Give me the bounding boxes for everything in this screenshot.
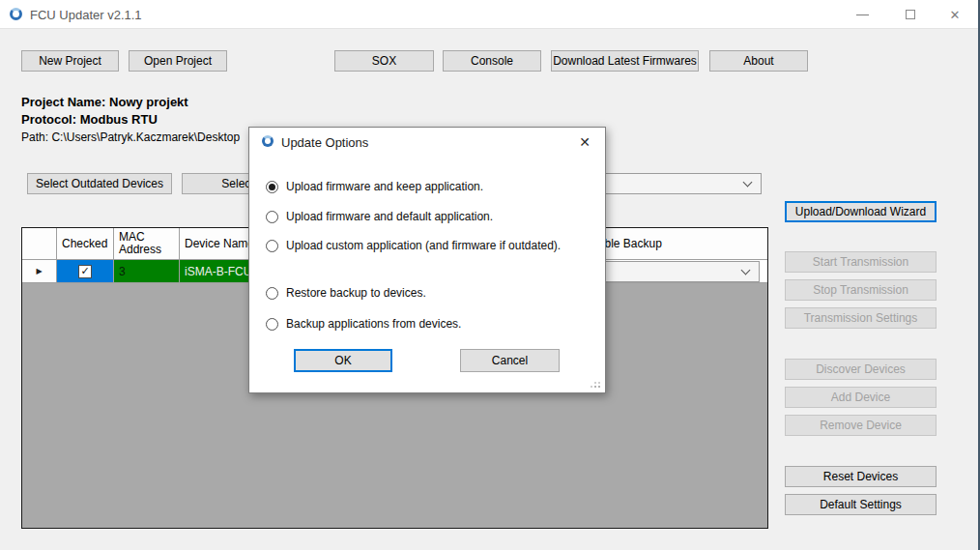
reset-devices-button[interactable]: Reset Devices (785, 466, 937, 487)
radio-icon (266, 287, 278, 300)
col-label-device-name: Device Name (185, 238, 254, 250)
radio-icon (266, 318, 278, 331)
upload-download-wizard-button[interactable]: Upload/Download Wizard (785, 201, 937, 222)
update-options-dialog: Update Options ✕ Upload firmware and kee… (248, 127, 606, 393)
column-header-mac-address[interactable]: MAC Address (114, 228, 180, 260)
discover-devices-label: Discover Devices (816, 362, 906, 376)
radio-label: Backup applications from devices. (286, 317, 461, 331)
radio-icon (266, 240, 278, 252)
radio-icon (266, 211, 278, 223)
download-firmwares-button[interactable]: Download Latest Firmwares (551, 50, 699, 72)
col-label-checked: Checked (62, 238, 107, 250)
path-label: Path: (21, 130, 48, 144)
row-mac-cell[interactable]: 3 (114, 260, 180, 283)
maximize-button[interactable] (897, 4, 924, 25)
dialog-radio-option[interactable]: Upload custom application (and firmware … (266, 239, 561, 252)
add-device-button: Add Device (785, 387, 937, 408)
open-project-label: Open Project (144, 54, 212, 68)
row-checkbox[interactable]: ✓ (78, 265, 92, 278)
console-label: Console (471, 54, 513, 68)
remove-device-button: Remove Device (785, 415, 937, 436)
minimize-button[interactable] (849, 4, 876, 25)
col-label-mac: MAC Address (119, 231, 169, 256)
window-titlebar[interactable]: FCU Updater v2.1.1 ✕ (0, 0, 980, 29)
radio-label: Upload custom application (and firmware … (286, 239, 561, 252)
minimize-icon (856, 14, 869, 15)
row-mac-value: 3 (119, 265, 126, 278)
open-project-button[interactable]: Open Project (129, 50, 227, 72)
project-name-line: Project Name: Nowy projekt (21, 95, 188, 109)
dialog-title: Update Options (281, 135, 368, 150)
sox-button[interactable]: SOX (334, 50, 434, 72)
ok-button[interactable]: OK (294, 349, 392, 372)
resize-grip[interactable] (598, 386, 600, 388)
wizard-label: Upload/Download Wizard (795, 205, 926, 218)
dialog-logo-icon (262, 135, 274, 147)
reset-devices-label: Reset Devices (823, 470, 898, 483)
cancel-label: Cancel (492, 354, 528, 367)
radio-label: Upload firmware and default application. (286, 210, 493, 223)
chevron-down-icon (743, 177, 753, 187)
dialog-close-button[interactable]: ✕ (574, 132, 595, 152)
about-button[interactable]: About (709, 50, 808, 72)
row-checked-cell[interactable]: ✓ (57, 260, 114, 283)
transmission-settings-button: Transmission Settings (785, 307, 937, 329)
radio-label: Restore backup to devices. (286, 286, 426, 300)
app-logo-icon (10, 8, 22, 20)
protocol-value: Modbus RTU (80, 112, 158, 127)
dialog-close-icon: ✕ (579, 134, 591, 150)
ok-label: OK (334, 354, 351, 367)
column-header-checked[interactable]: Checked (57, 228, 114, 260)
default-settings-button[interactable]: Default Settings (785, 494, 937, 515)
dialog-titlebar[interactable]: Update Options ✕ (249, 128, 605, 157)
about-label: About (743, 54, 773, 68)
transmission-settings-label: Transmission Settings (804, 311, 918, 325)
protocol-label: Protocol: (21, 112, 76, 127)
project-name-label: Project Name: (21, 95, 105, 109)
stop-transmission-label: Stop Transmission (813, 283, 908, 297)
dialog-radio-option[interactable]: Upload firmware and keep application. (266, 180, 483, 193)
row-checkbox-mark: ✓ (80, 266, 89, 276)
column-header-rowselector[interactable] (22, 228, 57, 260)
close-icon: ✕ (950, 8, 961, 22)
cancel-button[interactable]: Cancel (460, 349, 560, 372)
add-device-label: Add Device (831, 391, 890, 404)
radio-icon (266, 181, 278, 193)
window-title: FCU Updater v2.1.1 (30, 8, 142, 22)
discover-devices-button: Discover Devices (785, 359, 937, 380)
dialog-radio-option[interactable]: Upload firmware and default application. (266, 210, 493, 223)
radio-label: Upload firmware and keep application. (286, 180, 483, 193)
maximize-icon (906, 10, 915, 19)
default-settings-label: Default Settings (820, 498, 902, 511)
select-outdated-devices-button[interactable]: Select Outdated Devices (27, 173, 172, 194)
new-project-label: New Project (39, 54, 101, 68)
new-project-button[interactable]: New Project (21, 50, 119, 72)
sox-label: SOX (372, 54, 396, 68)
close-button[interactable]: ✕ (941, 4, 968, 25)
path-value: C:\Users\Patryk.Kaczmarek\Desktop (51, 130, 240, 144)
chevron-down-icon (741, 265, 751, 275)
project-name-value: Nowy projekt (109, 95, 188, 109)
remove-device-label: Remove Device (820, 419, 902, 432)
dialog-radio-option[interactable]: Restore backup to devices. (266, 286, 426, 300)
dialog-radio-option[interactable]: Backup applications from devices. (266, 317, 461, 331)
row-current-arrow-icon: ▶ (36, 267, 42, 275)
select-outdated-label: Select Outdated Devices (36, 177, 163, 190)
stop-transmission-button: Stop Transmission (785, 279, 937, 301)
start-transmission-label: Start Transmission (813, 255, 908, 269)
download-firmwares-label: Download Latest Firmwares (553, 54, 697, 68)
start-transmission-button: Start Transmission (785, 251, 937, 273)
protocol-line: Protocol: Modbus RTU (21, 112, 158, 127)
console-button[interactable]: Console (443, 50, 541, 72)
path-line: Path: C:\Users\Patryk.Kaczmarek\Desktop (21, 130, 240, 144)
row-selector-cell[interactable]: ▶ (22, 260, 57, 283)
